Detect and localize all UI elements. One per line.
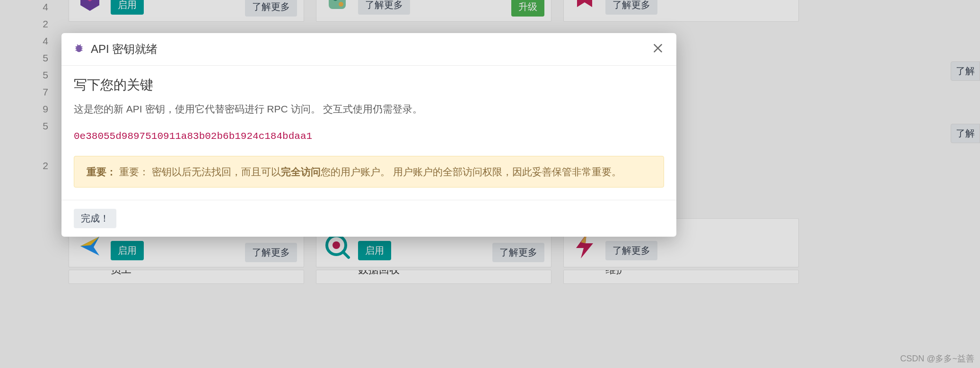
modal-title: API 密钥就绪 [91,42,652,57]
modal-footer: 完成！ [61,200,676,237]
alert-bold: 完全访问 [281,166,321,177]
important-alert: 重要： 重要： 密钥以后无法找回，而且可以完全访问您的用户账户。 用户账户的全部… [74,156,664,188]
api-key-modal: API 密钥就绪 写下您的关键 这是您的新 API 密钥，使用它代替密码进行 R… [61,33,676,237]
api-key-value: 0e38055d9897510911a83b02b6b1924c184bdaa1 [74,131,664,142]
alert-text: 您的用户账户。 用户账户的全部访问权限，因此妥善保管非常重要。 [321,166,621,177]
alert-label: 重要： [87,166,116,177]
modal-description: 这是您的新 API 密钥，使用它代替密码进行 RPC 访问。 交互式使用仍需登录… [74,102,664,117]
modal-heading: 写下您的关键 [74,76,664,94]
alert-text: 重要： 密钥以后无法找回，而且可以 [119,166,281,177]
watermark: CSDN @多多~益善 [900,353,974,364]
modal-header: API 密钥就绪 [61,33,676,66]
modal-body: 写下您的关键 这是您的新 API 密钥，使用它代替密码进行 RPC 访问。 交互… [61,66,676,200]
done-button[interactable]: 完成！ [74,209,116,228]
close-button[interactable] [652,42,664,56]
bug-icon [74,43,84,55]
